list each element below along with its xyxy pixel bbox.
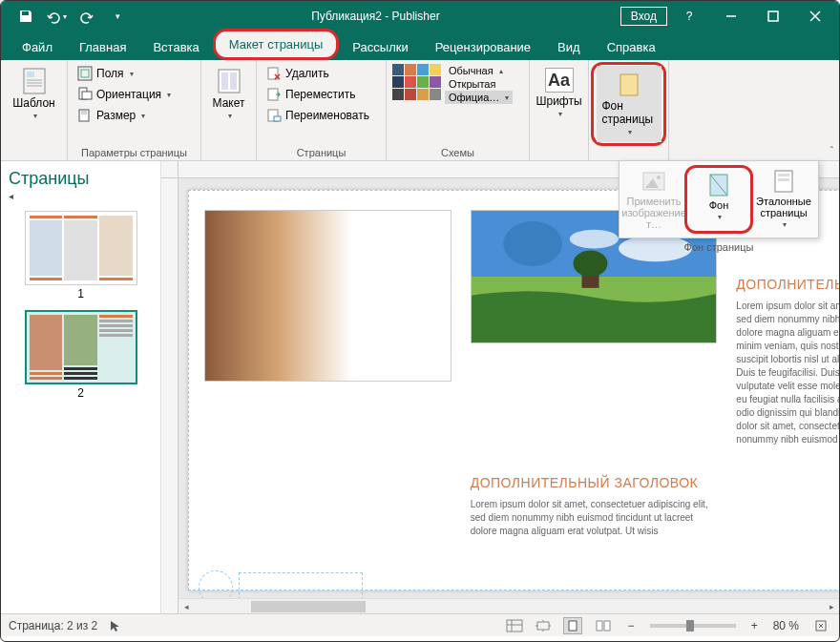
tab-page-layout[interactable]: Макет страницы — [213, 29, 340, 60]
svg-rect-39 — [597, 621, 602, 631]
tab-file[interactable]: Файл — [9, 34, 66, 60]
svg-rect-7 — [78, 67, 92, 80]
fonts-button[interactable]: Aa Шрифты ▾ — [536, 64, 582, 122]
apply-image-button[interactable]: Применить изображение т… — [623, 165, 684, 234]
page-background-button[interactable]: Фон страницы ▾ — [597, 66, 662, 142]
svg-rect-14 — [230, 72, 237, 90]
scroll-left-button[interactable]: ◂ — [178, 599, 194, 614]
signin-button[interactable]: Вход — [620, 7, 667, 26]
page-info: Страница: 2 из 2 — [9, 619, 97, 632]
rename-icon — [266, 108, 282, 123]
body-text-col2: Lorem ipsum dolor sit amet, consectetuer… — [471, 498, 718, 538]
two-page-view-button[interactable] — [594, 617, 613, 634]
ribbon: Шаблон ▾ Поля▾ Ориентация▾ Размер▾ Парам… — [1, 60, 839, 161]
move-icon — [266, 87, 282, 102]
object-size-icon — [535, 619, 552, 632]
collapse-ribbon-button[interactable]: ˆ — [830, 146, 833, 156]
rename-page-button[interactable]: Переименовать — [262, 106, 380, 125]
svg-rect-1 — [768, 11, 778, 21]
svg-rect-3 — [27, 72, 34, 77]
move-page-button[interactable]: Переместить — [262, 85, 380, 104]
svg-rect-25 — [778, 174, 789, 176]
svg-point-30 — [569, 230, 618, 249]
page-background-icon — [616, 72, 642, 98]
margins-icon — [77, 66, 93, 81]
scheme-official[interactable]: Официа…▾ — [445, 91, 513, 104]
svg-point-22 — [657, 176, 661, 179]
quick-access-toolbar: ▾ ▾ — [1, 3, 131, 30]
scheme-normal[interactable]: Обычная▴ — [445, 64, 513, 77]
background-button[interactable]: Фон ▾ — [688, 169, 749, 225]
tab-home[interactable]: Главная — [66, 34, 139, 60]
size-icon — [77, 108, 93, 123]
master-page-icon — [771, 169, 796, 194]
svg-rect-34 — [507, 620, 522, 632]
ribbon-tabs: Файл Главная Вставка Макет страницы Расс… — [1, 31, 839, 60]
chevron-down-icon: ▾ — [33, 112, 37, 120]
zoom-in-button[interactable]: + — [747, 619, 762, 632]
tab-review[interactable]: Рецензирование — [422, 34, 544, 60]
svg-rect-26 — [778, 178, 789, 181]
zoom-slider[interactable] — [650, 624, 736, 628]
group-pages-label: Страницы — [262, 147, 380, 160]
library-image — [204, 210, 452, 382]
page-thumbnail-2[interactable] — [25, 310, 137, 384]
ruler-corner — [161, 161, 178, 178]
group-page-params-label: Параметры страницы — [74, 147, 195, 160]
pages-panel-title: Страницы — [9, 169, 153, 189]
tab-mailings[interactable]: Рассылки — [339, 34, 421, 60]
fonts-icon: Aa — [545, 68, 574, 93]
zoom-fit-button[interactable] — [810, 619, 831, 632]
group-schemes-label: Схемы — [392, 147, 523, 160]
save-button[interactable] — [12, 3, 39, 30]
delete-page-button[interactable]: Удалить — [262, 64, 380, 83]
help-button[interactable]: ? — [669, 1, 709, 31]
zoom-out-button[interactable]: − — [624, 619, 639, 632]
minimize-button[interactable] — [711, 1, 751, 31]
tab-help[interactable]: Справка — [594, 34, 669, 60]
pages-panel: Страницы ◂ 1 2 — [1, 161, 161, 613]
delete-icon — [266, 66, 282, 81]
single-page-view-button[interactable] — [563, 617, 582, 634]
page-thumbnail-1[interactable] — [25, 211, 137, 285]
size-button[interactable]: Размер▾ — [74, 106, 195, 125]
undo-button[interactable]: ▾ — [43, 3, 70, 30]
layout-icon — [216, 68, 242, 94]
zoom-level: 80 % — [773, 619, 799, 632]
cursor-icon — [109, 619, 120, 632]
svg-rect-8 — [81, 70, 89, 77]
scroll-thumb[interactable] — [251, 601, 366, 612]
scheme-swatches — [392, 64, 441, 104]
window-title: Публикация2 - Publisher — [131, 10, 620, 23]
scheme-open[interactable]: Открытая — [445, 77, 513, 91]
thumb-1-label: 1 — [9, 287, 153, 300]
svg-rect-10 — [82, 92, 92, 99]
tab-view[interactable]: Вид — [544, 34, 594, 60]
close-button[interactable] — [795, 1, 835, 31]
template-button[interactable]: Шаблон ▾ — [7, 64, 61, 124]
svg-rect-37 — [537, 622, 549, 630]
master-pages-button[interactable]: Эталонные страницы ▾ — [753, 165, 814, 234]
scroll-right-button[interactable]: ▸ — [824, 599, 839, 614]
maximize-button[interactable] — [753, 1, 793, 31]
redo-button[interactable] — [74, 3, 100, 30]
thumb-2-label: 2 — [9, 386, 153, 400]
tab-insert[interactable]: Вставка — [139, 34, 212, 60]
image-icon — [641, 169, 666, 194]
qat-customize-button[interactable]: ▾ — [104, 3, 131, 30]
svg-rect-40 — [604, 621, 610, 631]
orientation-icon — [77, 87, 93, 102]
svg-point-28 — [503, 221, 562, 266]
template-label: Шаблон — [12, 96, 54, 110]
pages-collapse-button[interactable]: ◂ — [9, 191, 153, 201]
svg-rect-38 — [569, 621, 577, 631]
svg-point-33 — [573, 250, 607, 277]
layout-button[interactable]: Макет ▾ — [207, 64, 250, 124]
orientation-button[interactable]: Ориентация▾ — [74, 85, 195, 104]
template-icon — [21, 68, 48, 94]
vertical-ruler — [161, 178, 178, 613]
heading-col2: ДОПОЛНИТЕЛЬНЫЙ ЗАГОЛОВОК — [471, 475, 718, 490]
margins-button[interactable]: Поля▾ — [74, 64, 195, 83]
horizontal-scrollbar[interactable]: ◂ ▸ — [178, 598, 839, 613]
svg-rect-19 — [620, 74, 638, 95]
